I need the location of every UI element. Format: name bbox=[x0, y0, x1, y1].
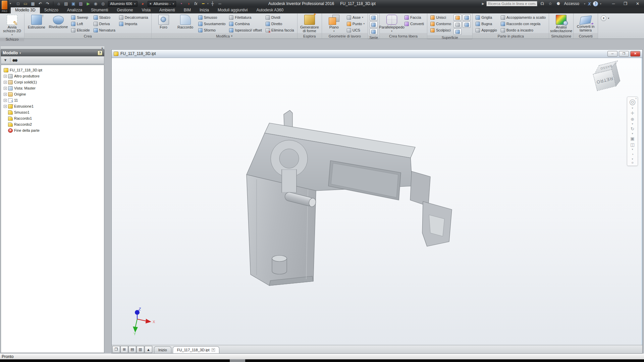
button-appoggio[interactable]: Appoggio bbox=[474, 27, 498, 33]
tree-item-corpi-solidi-1[interactable]: +Corpi solidi(1) bbox=[2, 79, 103, 85]
button-unisci[interactable]: Unisci bbox=[429, 14, 452, 20]
doc-close-button[interactable]: ✕ bbox=[630, 51, 640, 57]
panel-label-esplora[interactable]: Esplora bbox=[298, 33, 322, 39]
tree-item-vista-master[interactable]: +Vista: Master bbox=[2, 85, 103, 91]
chevron-down-icon[interactable]: ▾ bbox=[627, 107, 638, 110]
pan-icon[interactable]: ✛ bbox=[627, 111, 638, 116]
visual-style-icon[interactable]: ◔ bbox=[627, 152, 638, 157]
tab-inizia[interactable]: Inizia bbox=[195, 7, 213, 13]
button-rivoluzione[interactable]: Rivoluzione bbox=[48, 14, 69, 29]
browser-header[interactable]: Modello ▾ ? bbox=[1, 50, 104, 56]
minimize-button[interactable]: ─ bbox=[612, 1, 615, 6]
redo-icon[interactable]: ↷ bbox=[44, 1, 51, 7]
browser-splitter[interactable]: x bbox=[1, 47, 104, 50]
button-sbalzo[interactable]: Sbalzo bbox=[92, 14, 117, 20]
tab-vista[interactable]: Vista bbox=[137, 7, 155, 13]
open-icon[interactable]: ▭ bbox=[22, 1, 29, 7]
image-icon[interactable]: ▨ bbox=[77, 1, 84, 7]
restore-button[interactable]: ❐ bbox=[624, 1, 627, 6]
color-wheel-icon[interactable]: ◕ bbox=[139, 1, 146, 7]
view-face-icon[interactable]: ◫ bbox=[627, 142, 638, 147]
button-asse[interactable]: Asse▾ bbox=[345, 14, 366, 20]
appearance-dropdown[interactable]: ■Alluminio -▾ bbox=[148, 1, 176, 7]
tree-item-11[interactable]: +11 bbox=[2, 97, 103, 103]
button-deriva[interactable]: Deriva bbox=[92, 21, 117, 27]
button-ucs[interactable]: UCS bbox=[345, 27, 366, 33]
expand-icon[interactable]: + bbox=[4, 81, 7, 84]
tree-item-estrusione1[interactable]: +Estrusione1 bbox=[2, 103, 103, 109]
button-scolpisci[interactable]: Scolpisci bbox=[429, 27, 452, 33]
expand-icon[interactable]: + bbox=[4, 99, 7, 102]
tab-modello-3d[interactable]: Modello 3D bbox=[11, 7, 40, 13]
button-svuotamento[interactable]: Svuotamento bbox=[197, 21, 227, 27]
tree-item-fu-117-118-3d-ipt[interactable]: FU_117_118_3D.ipt bbox=[2, 67, 103, 73]
new-file-icon[interactable]: □ bbox=[15, 1, 21, 7]
panel-label-schizzo[interactable]: Schizzo bbox=[0, 37, 24, 41]
send-dish-icon[interactable]: ☊ bbox=[539, 1, 545, 6]
logo-chevron-icon[interactable]: ▾ bbox=[10, 2, 11, 5]
help-search-input[interactable] bbox=[486, 1, 537, 6]
button-piano[interactable]: Piano▾ bbox=[324, 14, 344, 33]
expand-icon[interactable]: + bbox=[4, 87, 7, 90]
close-button[interactable]: ✕ bbox=[636, 1, 639, 6]
button-punto[interactable]: Punto▾ bbox=[345, 21, 366, 27]
measure-icon[interactable]: ━ bbox=[200, 1, 207, 7]
button-griglia[interactable]: Griglia bbox=[474, 14, 498, 20]
tab-ambienti[interactable]: Ambienti bbox=[155, 7, 179, 13]
tab-strumenti[interactable]: Strumenti bbox=[87, 7, 112, 13]
button-decalcomania[interactable]: Decalcomania bbox=[118, 14, 150, 20]
doc-tab-inizio[interactable]: Inizio bbox=[154, 346, 171, 353]
browser-help-icon[interactable]: ? bbox=[98, 51, 102, 55]
button-loft[interactable]: Loft bbox=[70, 21, 91, 27]
person-icon[interactable]: ⚈ bbox=[555, 1, 561, 6]
button-mirror-icon[interactable] bbox=[370, 28, 378, 35]
undo-icon[interactable]: ↶ bbox=[37, 1, 44, 7]
find-icon[interactable]: ◉◉ bbox=[12, 58, 17, 62]
qat-more-icon[interactable]: ═ bbox=[216, 1, 223, 7]
panel-label-simulazione[interactable]: Simulazione bbox=[549, 33, 573, 39]
people-icon[interactable]: ◉ bbox=[92, 1, 99, 7]
button-raccordo-con-regola[interactable]: Raccordo con regola bbox=[499, 21, 547, 27]
star-icon[interactable]: ☆ bbox=[547, 1, 553, 6]
tab-autodesk-a360[interactable]: Autodesk A360 bbox=[252, 7, 288, 13]
thin-wall-icon[interactable]: ╋ bbox=[209, 1, 216, 7]
doc-restore-button[interactable]: ❐ bbox=[619, 51, 629, 57]
tab-close-icon[interactable]: ✕ bbox=[212, 348, 215, 352]
tile-icon[interactable]: ⊞ bbox=[120, 346, 128, 353]
button-foro[interactable]: Foro bbox=[153, 14, 174, 29]
button-faccia[interactable]: Faccia bbox=[403, 14, 425, 20]
chevron-down-icon[interactable]: ▾ bbox=[207, 2, 209, 5]
chevron-down-icon[interactable]: ▾ bbox=[627, 132, 638, 135]
home-icon[interactable]: ⌂ bbox=[55, 1, 62, 7]
panel-label-parte-in-plastica[interactable]: Parte in plastica bbox=[473, 33, 549, 39]
help-icon[interactable]: ? bbox=[593, 1, 598, 6]
button-contorno[interactable]: Contorno bbox=[429, 21, 452, 27]
button-extend-surface-icon[interactable] bbox=[453, 28, 462, 35]
exchange-apps-icon[interactable]: X bbox=[588, 1, 591, 6]
expand-icon[interactable]: + bbox=[4, 93, 7, 96]
panel-label-geometrie-di-lavoro[interactable]: Geometrie di lavoro bbox=[322, 33, 368, 39]
inventor-logo[interactable]: PRO bbox=[0, 0, 9, 13]
tab-moduli-aggiuntivi[interactable]: Moduli aggiuntivi bbox=[213, 7, 252, 13]
navbar-close-icon[interactable]: ✕ bbox=[635, 97, 637, 100]
button-ispessisci-offset[interactable]: Ispessisci/ offset bbox=[228, 27, 263, 33]
doc-tab-fu-117-118-3d-ipt[interactable]: FU_117_118_3D.ipt✕ bbox=[173, 346, 220, 353]
button-sweep[interactable]: Sweep bbox=[70, 14, 91, 20]
button-elimina-faccia[interactable]: Elimina faccia bbox=[264, 27, 296, 33]
tree-item-smusso1[interactable]: Smusso1 bbox=[2, 109, 103, 115]
search-chevron-icon[interactable]: ▶ bbox=[482, 2, 484, 5]
save-icon[interactable]: ▦ bbox=[30, 1, 36, 7]
button-sformo[interactable]: Sformo bbox=[197, 27, 227, 33]
panel-label-crea[interactable]: Crea bbox=[24, 33, 151, 39]
panel-label-superficie[interactable]: Superficie bbox=[427, 35, 472, 40]
filter-icon[interactable]: ▼ bbox=[3, 58, 8, 62]
button-converti[interactable]: Converti bbox=[403, 21, 425, 27]
tree-item-origine[interactable]: +Origine bbox=[2, 91, 103, 97]
button-circular-pattern-icon[interactable] bbox=[370, 21, 378, 28]
help-chevron-icon[interactable]: ▾ bbox=[600, 2, 601, 5]
tree-item-raccordo1[interactable]: Raccordo1 bbox=[2, 115, 103, 121]
button-analisi-sollecitazione[interactable]: Analisi sollecitazione bbox=[551, 14, 572, 33]
browser-close-icon[interactable]: x bbox=[102, 47, 103, 49]
panel-label-converti[interactable]: Converti bbox=[574, 33, 598, 39]
button-parallelepipedo[interactable]: Parallelepipedo▾ bbox=[381, 14, 402, 33]
